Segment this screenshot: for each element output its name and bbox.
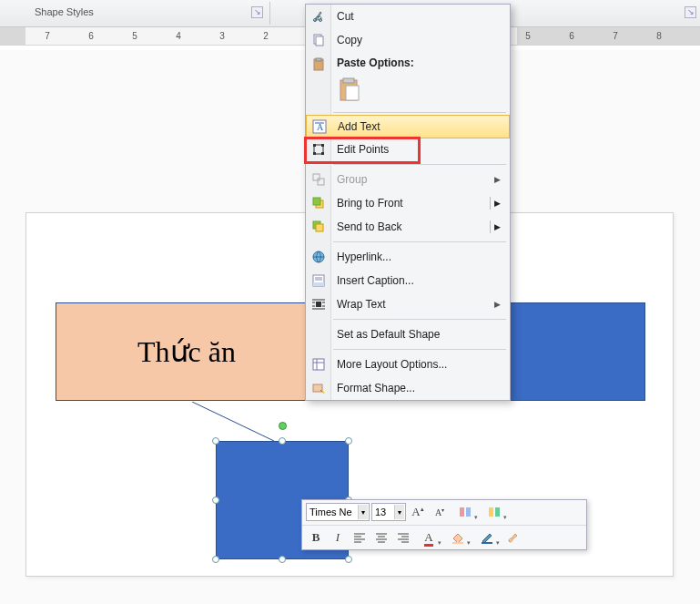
font-size-value: 13 [375,507,386,517]
align-left-button[interactable] [350,527,370,548]
menu-label-paste-options: Paste Options: [306,52,510,71]
submenu-arrow-icon: ▶ [494,199,501,208]
align-center-button[interactable] [371,527,391,548]
svg-rect-39 [460,507,464,517]
menu-item-send-to-back[interactable]: Send to Back ▶ [306,215,510,239]
align-right-button[interactable] [393,527,413,548]
svg-line-0 [192,402,274,441]
text-icon: A [311,118,328,135]
svg-rect-22 [316,224,323,231]
layout-icon [310,356,327,373]
brush-icon [505,530,520,545]
menu-item-label: Group [337,173,367,186]
quick-styles-button[interactable] [451,502,479,522]
selection-handle[interactable] [212,497,219,504]
font-color-button[interactable]: A [415,527,442,548]
menu-item-insert-caption[interactable]: Insert Caption... [306,269,510,292]
svg-rect-41 [489,507,493,517]
ruler-mark: 7 [593,31,637,41]
menu-item-group: Group ▶ [306,168,510,191]
italic-button[interactable]: I [328,527,348,548]
ruler-mark: 5 [113,31,157,41]
ribbon-group-shapestyles: Shape Styles [35,6,94,17]
menu-item-label: Add Text [338,120,380,133]
font-color-icon: A [424,530,432,545]
menu-item-more-layout-options[interactable]: More Layout Options... [306,353,510,376]
send-to-back-icon [310,219,327,235]
menu-separator [333,164,506,165]
svg-rect-20 [313,198,320,205]
shape-fill-button[interactable] [444,527,472,548]
menu-item-bring-to-front[interactable]: Bring to Front ▶ [306,191,510,215]
ruler-mark: 6 [550,31,593,41]
grow-font-button[interactable]: A▴ [408,502,428,522]
rotation-handle-icon[interactable] [279,422,287,430]
scissors-icon [310,8,327,25]
ribbon-separator [269,2,270,25]
menu-item-copy[interactable]: Copy [306,28,510,52]
quick-styles2-button[interactable] [481,502,508,522]
svg-rect-6 [316,58,321,61]
selection-handle[interactable] [212,556,219,563]
svg-rect-4 [316,36,323,46]
dialog-launcher-icon[interactable]: ↘ [685,6,696,18]
paste-option-button[interactable] [306,71,510,109]
ruler-mark: 4 [157,31,200,41]
menu-item-hyperlink[interactable]: Hyperlink... [306,245,510,269]
svg-rect-18 [318,179,324,185]
menu-item-cut[interactable]: Cut [306,5,510,28]
hyperlink-icon [310,249,327,265]
align-right-icon [396,530,411,545]
svg-text:A: A [317,122,324,132]
bold-button[interactable]: B [306,527,326,548]
menu-item-label: Edit Points [337,143,389,156]
menu-item-label: Copy [337,34,362,46]
format-painter-button[interactable] [502,527,522,548]
selection-handle[interactable] [345,437,352,445]
dialog-launcher-icon[interactable]: ↘ [251,6,263,18]
bold-icon: B [312,530,320,545]
svg-rect-42 [495,507,500,517]
menu-item-set-default-shape[interactable]: Set as Default Shape [306,322,510,346]
grow-font-icon: A▴ [411,505,423,519]
shape-text: Thức ăn [137,334,236,369]
context-menu: Cut Copy Paste Options: A Add Text Edit … [305,4,511,401]
shape-outline-button[interactable] [473,527,501,548]
menu-separator [333,112,506,113]
shrink-font-button[interactable]: A▾ [430,502,450,522]
svg-rect-17 [313,174,320,180]
font-name-select[interactable]: Times Ne ▾ [306,503,370,521]
submenu-arrow-icon: ▶ [494,222,501,231]
menu-item-format-shape[interactable]: Format Shape... [306,376,510,400]
svg-rect-40 [466,507,471,517]
selection-handle[interactable] [212,437,219,445]
menu-item-label: Send to Back [337,220,401,233]
menu-item-wrap-text[interactable]: Wrap Text ▶ [306,292,510,316]
font-name-value: Times Ne [309,507,352,517]
chevron-down-icon: ▾ [394,505,404,519]
svg-point-1 [314,19,317,22]
menu-item-label: Set as Default Shape [337,328,440,341]
font-size-select[interactable]: 13 ▾ [371,503,406,521]
format-shape-icon [310,380,327,396]
menu-item-add-text[interactable]: A Add Text [306,115,510,138]
wrap-text-icon [310,296,327,312]
styles2-icon [487,505,502,519]
menu-item-label: Cut [337,10,354,23]
paste-clipboard-icon [337,77,364,104]
mini-toolbar: Times Ne ▾ 13 ▾ A▴ A▾ B I [301,499,587,550]
selection-handle[interactable] [345,556,352,563]
group-icon [310,171,327,188]
connector-line [192,402,274,441]
edit-points-icon [310,141,327,158]
menu-item-edit-points[interactable]: Edit Points [306,138,510,161]
submenu-arrow-icon: ▶ [494,175,501,184]
svg-rect-55 [452,542,463,544]
selection-handle[interactable] [279,556,286,563]
menu-separator [333,241,506,242]
svg-rect-28 [316,302,321,307]
svg-rect-25 [313,282,324,286]
selection-handle[interactable] [279,437,286,445]
shape-rectangle-orange[interactable]: Thức ăn [56,302,318,401]
menu-item-label: Bring to Front [337,197,403,210]
